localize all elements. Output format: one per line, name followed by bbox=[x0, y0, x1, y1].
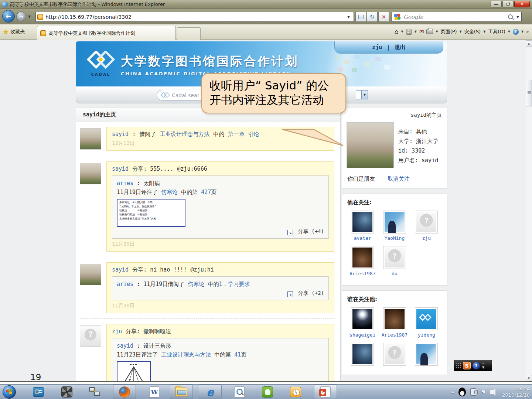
annotation-thumbnail[interactable] bbox=[117, 361, 151, 382]
url-text[interactable]: http://10.15.69.77/personal/3302 bbox=[45, 14, 132, 20]
power-plug-icon[interactable] bbox=[470, 388, 476, 396]
menu-safety-caret[interactable]: ▼ bbox=[483, 30, 485, 33]
user-card[interactable]: yideng bbox=[410, 307, 443, 338]
book-link[interactable]: 伤寒论 bbox=[188, 281, 204, 287]
explorer-taskbar-button[interactable] bbox=[170, 385, 193, 399]
avatar[interactable] bbox=[80, 163, 101, 184]
search-tool-button[interactable] bbox=[233, 386, 245, 398]
search-magnifier-icon[interactable] bbox=[508, 14, 513, 19]
user-card[interactable]: Aries1987 bbox=[347, 246, 379, 276]
user-card[interactable]: ? bbox=[379, 343, 411, 366]
user-card[interactable]: ? du bbox=[379, 246, 411, 276]
restore-button[interactable] bbox=[502, 1, 514, 7]
user-name-link[interactable]: shageigei bbox=[349, 332, 375, 338]
taskbar-clock[interactable]: 23:24 2010/12/18 bbox=[502, 386, 530, 398]
avatar-placeholder[interactable]: ? bbox=[383, 343, 406, 366]
action-center-flag-icon[interactable]: ⚑ bbox=[481, 389, 486, 396]
comment-user-link[interactable]: aries bbox=[117, 180, 133, 187]
qq-icon[interactable] bbox=[458, 388, 466, 396]
menu-safety[interactable]: 安全(S) bbox=[464, 28, 481, 35]
hardware-gadget-button[interactable] bbox=[33, 386, 44, 398]
chapter-link[interactable]: 1．学习要求 bbox=[219, 281, 250, 287]
scrollbar-thumb[interactable] bbox=[526, 80, 532, 106]
word-taskbar-button[interactable]: W bbox=[149, 386, 160, 398]
user-name-link[interactable]: du bbox=[392, 271, 398, 276]
page-link[interactable]: 41 bbox=[234, 351, 241, 358]
menu-tools-caret[interactable]: ▼ bbox=[508, 30, 510, 33]
logout-link[interactable]: 退出 bbox=[395, 44, 406, 51]
forward-button[interactable]: → bbox=[16, 11, 26, 21]
more-commands-chevron[interactable]: » bbox=[526, 29, 529, 34]
favorites-button[interactable]: ★ 收藏夹 bbox=[3, 28, 25, 35]
avatar[interactable] bbox=[415, 307, 438, 330]
powerpoint-taskbar-button[interactable] bbox=[314, 385, 337, 399]
print-icon[interactable] bbox=[426, 29, 433, 34]
show-hidden-icons-button[interactable]: ▲ bbox=[451, 390, 454, 394]
user-card[interactable]: YaoMing bbox=[379, 211, 411, 241]
user-card[interactable]: avatar bbox=[347, 211, 379, 241]
share-action[interactable]: ↘ 分享 (+2) bbox=[117, 290, 324, 297]
fan-monitor-button[interactable] bbox=[61, 386, 73, 398]
annotation-thumbnail[interactable]: 条辨对证 ②太阳少阳 ③阳 “太阳病、下之后、脉促胸满者” 桂枝汤 ②桂枝加 桂… bbox=[117, 199, 185, 227]
rss-feed-icon[interactable] bbox=[406, 29, 412, 35]
unfollow-link[interactable]: 取消关注 bbox=[388, 175, 410, 183]
rss-dropdown[interactable]: ▼ bbox=[415, 30, 417, 33]
print-dropdown[interactable]: ▼ bbox=[436, 30, 438, 33]
chapter-link[interactable]: 第一章 引论 bbox=[228, 131, 259, 138]
avatar[interactable] bbox=[351, 246, 374, 269]
user-name-link[interactable]: zju bbox=[422, 235, 431, 241]
evernote-taskbar-button[interactable] bbox=[262, 386, 273, 398]
feed-user-link[interactable]: sayid bbox=[112, 266, 129, 273]
search-box[interactable]: Google ▼ bbox=[392, 12, 522, 22]
user-name-link[interactable]: avatar bbox=[354, 235, 371, 241]
menu-page-caret[interactable]: ▼ bbox=[460, 30, 462, 33]
home-icon[interactable]: ⌂ bbox=[394, 28, 398, 35]
user-name-link[interactable]: Aries1987 bbox=[382, 332, 407, 338]
sogou-input-bar[interactable]: S ? − ▼ bbox=[454, 360, 492, 371]
avatar[interactable] bbox=[383, 307, 406, 330]
scroll-up-button[interactable]: ▲ bbox=[526, 40, 532, 47]
share-label[interactable]: 分享 bbox=[298, 290, 308, 296]
search-type-select[interactable]: ▼ bbox=[356, 90, 368, 99]
browser-tab-active[interactable]: 高等学校中英文图书数字化国际合作计划 bbox=[37, 26, 176, 40]
avatar[interactable] bbox=[80, 128, 101, 150]
avatar[interactable] bbox=[351, 211, 374, 233]
search-dropdown[interactable]: ▼ bbox=[516, 15, 519, 19]
new-tab-button[interactable] bbox=[177, 27, 201, 40]
feed-user-link[interactable]: zju bbox=[112, 328, 122, 335]
avatar-placeholder[interactable]: ? bbox=[383, 246, 406, 269]
user-name-link[interactable]: YaoMing bbox=[384, 235, 405, 241]
user-card[interactable]: ? zju bbox=[410, 211, 443, 241]
feed-user-link[interactable]: sayid bbox=[112, 131, 129, 137]
book-link[interactable]: 伤寒论 bbox=[161, 189, 178, 195]
outlook-taskbar-button[interactable] bbox=[290, 386, 301, 398]
user-name-link[interactable]: yideng bbox=[418, 332, 435, 338]
ie-taskbar-button[interactable]: e bbox=[199, 385, 222, 399]
share-action[interactable]: ↘ 分享 (+4) bbox=[117, 228, 324, 235]
share-label[interactable]: 分享 bbox=[298, 228, 308, 234]
close-button[interactable]: ✕ bbox=[514, 1, 530, 7]
back-button[interactable]: ← bbox=[2, 10, 15, 23]
page-link[interactable]: 427 bbox=[201, 189, 211, 195]
avatar-placeholder[interactable]: ? bbox=[415, 211, 438, 233]
help-icon[interactable]: ? bbox=[513, 29, 519, 35]
sogou-help-icon[interactable]: ? bbox=[473, 362, 480, 369]
avatar[interactable] bbox=[415, 343, 438, 366]
network-tool-button[interactable]: ⚡ bbox=[89, 386, 100, 398]
user-card[interactable] bbox=[410, 343, 443, 366]
profile-photo[interactable] bbox=[347, 122, 394, 168]
select-caret-icon[interactable]: ▼ bbox=[361, 91, 368, 99]
feed-user-link[interactable]: sayid bbox=[112, 166, 129, 172]
history-dropdown[interactable]: ▼ bbox=[28, 15, 31, 18]
book-link[interactable]: 工业设计理念与方法 bbox=[161, 351, 211, 358]
minimize-button[interactable] bbox=[491, 1, 502, 7]
menu-tools[interactable]: 工具(O) bbox=[488, 28, 505, 35]
cadal-logo[interactable]: CADAL bbox=[87, 51, 115, 76]
avatar[interactable] bbox=[383, 211, 406, 233]
scroll-down-button[interactable]: ▼ bbox=[526, 375, 532, 382]
address-bar[interactable]: http://10.15.69.77/personal/3302 ▼ bbox=[35, 12, 354, 22]
mention-text[interactable]: @zju:6666 bbox=[177, 166, 207, 172]
avatar[interactable] bbox=[80, 264, 101, 285]
stop-button[interactable]: ✕ bbox=[378, 12, 389, 22]
user-card[interactable] bbox=[347, 343, 379, 366]
